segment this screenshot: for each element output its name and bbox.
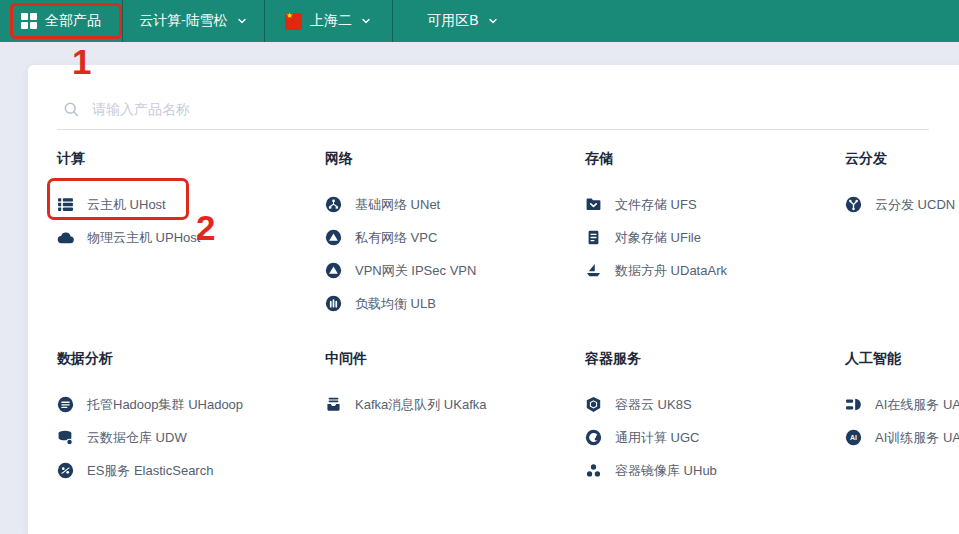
product-column: 存储文件存储 UFS对象存储 UFile数据方舟 UDataArk bbox=[585, 150, 845, 320]
ukafka-queue-icon bbox=[325, 396, 342, 413]
product-item[interactable]: 云分发 UCDN bbox=[845, 188, 955, 221]
product-item[interactable]: 私有网络 VPC bbox=[325, 221, 585, 254]
product-item[interactable]: VPN网关 IPSec VPN bbox=[325, 254, 585, 287]
product-label: 私有网络 VPC bbox=[355, 229, 437, 247]
product-item[interactable]: 容器云 UK8S bbox=[585, 388, 845, 421]
product-item[interactable]: ES服务 ElasticSearch bbox=[57, 454, 325, 487]
vpc-icon bbox=[325, 229, 342, 246]
product-label: AI训练服务 UAI bbox=[875, 429, 959, 447]
ufile-document-icon bbox=[585, 229, 602, 246]
section-title: 人工智能 bbox=[845, 350, 959, 370]
product-list: 容器云 UK8S通用计算 UGC容器镜像库 UHub bbox=[585, 388, 845, 487]
product-item[interactable]: 基础网络 UNet bbox=[325, 188, 585, 221]
product-item[interactable]: AI在线服务 UAI bbox=[845, 388, 959, 421]
region-label: 上海二 bbox=[310, 12, 352, 30]
unet-network-icon bbox=[325, 196, 342, 213]
product-label: 云数据仓库 UDW bbox=[87, 429, 187, 447]
product-column: 计算云主机 UHost物理云主机 UPHost bbox=[57, 150, 325, 320]
uhadoop-icon bbox=[57, 396, 74, 413]
product-label: 文件存储 UFS bbox=[615, 196, 697, 214]
product-item[interactable]: 物理云主机 UPHost bbox=[57, 221, 325, 254]
all-products-label: 全部产品 bbox=[45, 12, 101, 30]
section-title: 中间件 bbox=[325, 350, 585, 370]
uai-train-icon: AI bbox=[845, 429, 862, 446]
product-list: 云分发 UCDN bbox=[845, 188, 955, 221]
ugc-compute-icon bbox=[585, 429, 602, 446]
chevron-down-icon bbox=[236, 15, 248, 27]
product-item[interactable]: 托管Hadoop集群 UHadoop bbox=[57, 388, 325, 421]
product-item[interactable]: 云主机 UHost bbox=[57, 188, 325, 221]
uk8s-hexagon-icon bbox=[585, 396, 602, 413]
product-item[interactable]: 通用计算 UGC bbox=[585, 421, 845, 454]
product-label: 通用计算 UGC bbox=[615, 429, 700, 447]
product-list: Kafka消息队列 UKafka bbox=[325, 388, 585, 421]
product-item[interactable]: AIAI训练服务 UAI bbox=[845, 421, 959, 454]
uphost-cloud-icon bbox=[57, 229, 74, 246]
elasticsearch-icon bbox=[57, 462, 74, 479]
product-label: 云主机 UHost bbox=[87, 196, 166, 214]
udw-database-icon bbox=[57, 429, 74, 446]
search-icon bbox=[63, 101, 80, 118]
product-label: ES服务 ElasticSearch bbox=[87, 462, 213, 480]
section-title: 存储 bbox=[585, 150, 845, 170]
product-label: 云分发 UCDN bbox=[875, 196, 955, 214]
product-column: 容器服务容器云 UK8S通用计算 UGC容器镜像库 UHub bbox=[585, 350, 845, 487]
product-column: 网络基础网络 UNet私有网络 VPCVPN网关 IPSec VPN负载均衡 U… bbox=[325, 150, 585, 320]
product-label: VPN网关 IPSec VPN bbox=[355, 262, 476, 280]
product-label: 托管Hadoop集群 UHadoop bbox=[87, 396, 243, 414]
product-label: 负载均衡 ULB bbox=[355, 295, 436, 313]
product-sections-row-1: 计算云主机 UHost物理云主机 UPHost网络基础网络 UNet私有网络 V… bbox=[57, 150, 929, 320]
product-item[interactable]: 文件存储 UFS bbox=[585, 188, 845, 221]
section-title: 云分发 bbox=[845, 150, 955, 170]
chevron-down-icon bbox=[360, 15, 372, 27]
ucdn-distribute-icon bbox=[845, 196, 862, 213]
product-list: AI在线服务 UAIAIAI训练服务 UAI bbox=[845, 388, 959, 454]
chevron-down-icon bbox=[487, 15, 499, 27]
zone-selector[interactable]: 可用区B bbox=[393, 0, 533, 42]
product-column: 人工智能AI在线服务 UAIAIAI训练服务 UAI bbox=[845, 350, 959, 487]
product-column: 数据分析托管Hadoop集群 UHadoop云数据仓库 UDWES服务 Elas… bbox=[57, 350, 325, 487]
section-title: 数据分析 bbox=[57, 350, 325, 370]
section-title: 计算 bbox=[57, 150, 325, 170]
product-list: 基础网络 UNet私有网络 VPCVPN网关 IPSec VPN负载均衡 ULB bbox=[325, 188, 585, 320]
product-label: Kafka消息队列 UKafka bbox=[355, 396, 487, 414]
product-label: AI在线服务 UAI bbox=[875, 396, 959, 414]
svg-text:AI: AI bbox=[850, 434, 857, 441]
ulb-balancer-icon bbox=[325, 295, 342, 312]
section-title: 网络 bbox=[325, 150, 585, 170]
uhub-registry-icon bbox=[585, 462, 602, 479]
product-label: 数据方舟 UDataArk bbox=[615, 262, 727, 280]
grid-icon bbox=[21, 13, 37, 29]
ufs-folder-icon bbox=[585, 196, 602, 213]
product-label: 对象存储 UFile bbox=[615, 229, 701, 247]
section-title: 容器服务 bbox=[585, 350, 845, 370]
product-search bbox=[57, 99, 929, 130]
product-label: 物理云主机 UPHost bbox=[87, 229, 200, 247]
product-item[interactable]: 对象存储 UFile bbox=[585, 221, 845, 254]
page-background: 计算云主机 UHost物理云主机 UPHost网络基础网络 UNet私有网络 V… bbox=[0, 42, 959, 534]
zone-label: 可用区B bbox=[427, 12, 478, 30]
product-label: 容器镜像库 UHub bbox=[615, 462, 717, 480]
all-products-button[interactable]: 全部产品 bbox=[0, 0, 122, 42]
uai-online-icon bbox=[845, 396, 862, 413]
uhost-server-icon bbox=[57, 196, 74, 213]
top-navigation-bar: 全部产品 云计算-陆雪松 上海二 可用区B bbox=[0, 0, 959, 42]
vpn-gateway-icon bbox=[325, 262, 342, 279]
product-sections-row-2: 数据分析托管Hadoop集群 UHadoop云数据仓库 UDWES服务 Elas… bbox=[57, 350, 929, 487]
product-item[interactable]: 数据方舟 UDataArk bbox=[585, 254, 845, 287]
product-item[interactable]: 容器镜像库 UHub bbox=[585, 454, 845, 487]
product-item[interactable]: Kafka消息队列 UKafka bbox=[325, 388, 585, 421]
product-column: 云分发云分发 UCDN bbox=[845, 150, 955, 320]
region-selector[interactable]: 上海二 bbox=[265, 0, 392, 42]
search-input[interactable] bbox=[92, 99, 927, 119]
product-item[interactable]: 负载均衡 ULB bbox=[325, 287, 585, 320]
product-label: 基础网络 UNet bbox=[355, 196, 440, 214]
product-label: 容器云 UK8S bbox=[615, 396, 692, 414]
product-list: 托管Hadoop集群 UHadoop云数据仓库 UDWES服务 ElasticS… bbox=[57, 388, 325, 487]
china-flag-icon bbox=[285, 13, 302, 30]
account-menu[interactable]: 云计算-陆雪松 bbox=[123, 0, 264, 42]
account-label: 云计算-陆雪松 bbox=[139, 12, 228, 30]
product-menu-panel: 计算云主机 UHost物理云主机 UPHost网络基础网络 UNet私有网络 V… bbox=[28, 65, 959, 534]
udataark-boat-icon bbox=[585, 262, 602, 279]
product-item[interactable]: 云数据仓库 UDW bbox=[57, 421, 325, 454]
